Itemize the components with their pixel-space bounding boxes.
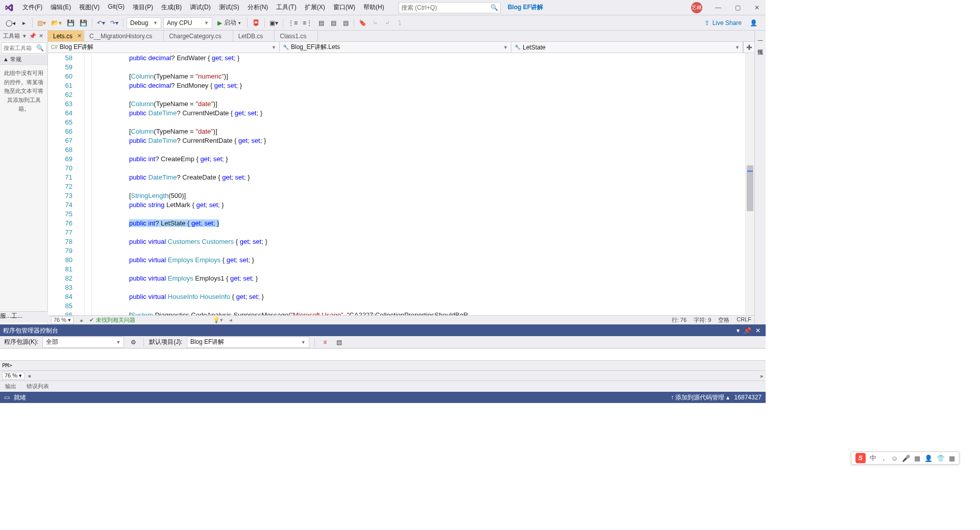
nav-member-combo[interactable]: 🔧LetState▼ (511, 42, 743, 53)
status-line: 行: 76 (672, 316, 687, 324)
quick-search-input[interactable] (401, 4, 491, 11)
menu-item[interactable]: Git(G) (104, 1, 129, 14)
title-right: 艺林 — ▢ ✕ (691, 2, 766, 14)
nav-class-combo[interactable]: 🔧Blog_EF讲解.Lets▼ (280, 42, 511, 53)
toolbox-category[interactable]: ▲ 常规 (0, 55, 47, 65)
open-icon[interactable]: 📂▾ (50, 17, 63, 29)
window-icon: ▭ (4, 394, 10, 401)
autohide-icon[interactable]: ▾ (737, 327, 740, 334)
tb-icon-1[interactable]: 📮 (251, 17, 261, 29)
tb-bookmark-icon[interactable]: 🔖 (357, 17, 368, 29)
split-editor-button[interactable]: ✚ (743, 42, 754, 53)
pmc-source-combo[interactable]: 全部▼ (42, 337, 124, 348)
tb-indent-icon[interactable]: ⋮≡ (286, 17, 299, 29)
standard-toolbar: ◯◂ ▸ ▧▾ 📂▾ 💾 💾 ↶▾ ↷▾ Debug▼ Any CPU▼ ▶启动… (0, 15, 766, 31)
autohide-icon[interactable]: ▾ (21, 33, 28, 39)
pmc-list-icon[interactable]: ≡ (320, 337, 330, 348)
tb-step1-icon[interactable]: ⤷ (370, 17, 380, 29)
toolbox-search[interactable]: 🔍 (1, 42, 46, 54)
menu-item[interactable]: 测试(S) (215, 1, 243, 14)
menu-item[interactable]: 帮助(H) (359, 1, 388, 14)
document-tab[interactable]: Lets.cs✕ (48, 31, 84, 41)
close-icon[interactable]: ✕ (37, 33, 44, 39)
minimize-button[interactable]: — (709, 2, 727, 14)
menu-item[interactable]: 编辑(E) (46, 1, 75, 14)
issues-indicator[interactable]: ✔未找到相关问题 (89, 316, 135, 324)
pmc-output[interactable] (0, 348, 766, 360)
lightbulb-icon[interactable]: 💡▾ (213, 317, 223, 323)
save-icon[interactable]: 💾 (65, 17, 76, 29)
code-editor[interactable]: 5859606162636465666768697071727374757677… (48, 53, 754, 315)
gear-icon[interactable]: ⚙ (128, 337, 138, 348)
nav-back-icon[interactable]: ◯◂ (4, 17, 17, 29)
pmc-toolbar: 程序包源(K): 全部▼ ⚙ 默认项目(J): Blog EF讲解▼ ≡ ▤ (0, 336, 766, 348)
menu-item[interactable]: 窗口(W) (329, 1, 359, 14)
bottom-tool-tabs: 输出错误列表 (0, 381, 766, 392)
pmc-clear-icon[interactable]: ▤ (334, 337, 345, 348)
check-icon: ✔ (89, 317, 94, 323)
fold-margin[interactable] (78, 53, 85, 315)
source-control-button[interactable]: ↑ 添加到源代码管理 ▴ (671, 393, 729, 402)
config-combo[interactable]: Debug▼ (127, 17, 161, 29)
document-tab[interactable]: ChargeCategory.cs (164, 31, 233, 41)
tb-icon-2[interactable]: ▣▾ (268, 17, 280, 29)
menu-item[interactable]: 扩展(X) (301, 1, 329, 14)
menu-item[interactable]: 项目(P) (129, 1, 157, 14)
quick-search[interactable]: 🔍 (399, 2, 501, 13)
user-avatar[interactable]: 艺林 (691, 2, 702, 13)
close-icon[interactable]: ✕ (755, 327, 761, 334)
nav-fwd-icon[interactable]: ▸ (19, 17, 29, 29)
scrollbar-thumb[interactable] (747, 165, 753, 211)
menu-item[interactable]: 文件(F) (18, 1, 46, 14)
output-tab[interactable]: 错误列表 (21, 381, 54, 392)
new-project-icon[interactable]: ▧▾ (36, 17, 47, 29)
vertical-scrollbar[interactable] (745, 53, 754, 315)
left-collapsed-tab[interactable]: 服... (0, 312, 11, 322)
tb-step3-icon[interactable]: ⤵ (395, 17, 405, 29)
tb-uncomment-icon[interactable]: ▤ (328, 17, 338, 29)
save-all-icon[interactable]: 💾 (78, 17, 89, 29)
hscroll-right[interactable]: ▸ (761, 372, 764, 380)
left-collapsed-tab[interactable]: 工... (11, 312, 22, 322)
document-tab[interactable]: LetDB.cs (233, 31, 275, 41)
platform-combo[interactable]: Any CPU▼ (163, 17, 212, 29)
tb-step2-icon[interactable]: ⤶ (382, 17, 393, 29)
tb-misc-icon[interactable]: ▤ (340, 17, 351, 29)
live-share-button[interactable]: ⇪Live Share👤 (704, 19, 762, 27)
menu-item[interactable]: 分析(N) (243, 1, 273, 14)
pmc-source-label: 程序包源(K): (4, 338, 38, 346)
pmc-project-combo[interactable]: Blog EF讲解▼ (187, 337, 309, 348)
menu-item[interactable]: 视图(V) (75, 1, 104, 14)
hscroll-left[interactable]: ◂ (229, 317, 232, 323)
properties-tab[interactable]: 属性 (755, 41, 765, 49)
tb-outdent-icon[interactable]: ≡⋮ (301, 17, 314, 29)
code-content[interactable]: public decimal? EndWater { get; set; } [… (92, 53, 745, 315)
pin-icon[interactable]: 📌 (29, 33, 36, 39)
status-ins: 空格 (718, 316, 729, 324)
play-icon: ▶ (217, 19, 222, 27)
menu-item[interactable]: 调试(D) (186, 1, 215, 14)
nav-project-combo[interactable]: C#Blog EF讲解▼ (48, 42, 280, 53)
left-bottom-tabs: 服...工... (0, 311, 48, 322)
document-tabs: Lets.cs✕C__MigrationHistory.csChargeCate… (48, 31, 754, 42)
menu-item[interactable]: 生成(B) (157, 1, 186, 14)
undo-icon[interactable]: ↶▾ (95, 17, 107, 29)
status-ready: 就绪 (14, 393, 26, 402)
maximize-button[interactable]: ▢ (729, 2, 746, 14)
solution-explorer-tab[interactable]: 解决方案资源管理器 (755, 32, 765, 40)
close-window-button[interactable]: ✕ (748, 2, 766, 14)
document-tab[interactable]: Class1.cs (275, 31, 318, 41)
pmc-zoom[interactable]: 76 % ▾ (2, 372, 24, 380)
menu-item[interactable]: 工具(T) (272, 1, 300, 14)
close-tab-icon[interactable]: ✕ (77, 33, 82, 39)
redo-icon[interactable]: ↷▾ (109, 17, 120, 29)
toolbox-search-input[interactable] (4, 45, 36, 51)
zoom-combo[interactable]: 76 % ▾ (51, 316, 74, 324)
pin-icon[interactable]: 📌 (744, 327, 751, 334)
start-debug-button[interactable]: ▶启动▾ (214, 17, 244, 29)
output-tab[interactable]: 输出 (0, 381, 21, 392)
document-tab[interactable]: C__MigrationHistory.cs (84, 31, 164, 41)
tb-comment-icon[interactable]: ▤ (316, 17, 326, 29)
status-counter: 16874327 (734, 394, 762, 401)
feedback-icon[interactable]: 👤 (750, 19, 757, 27)
